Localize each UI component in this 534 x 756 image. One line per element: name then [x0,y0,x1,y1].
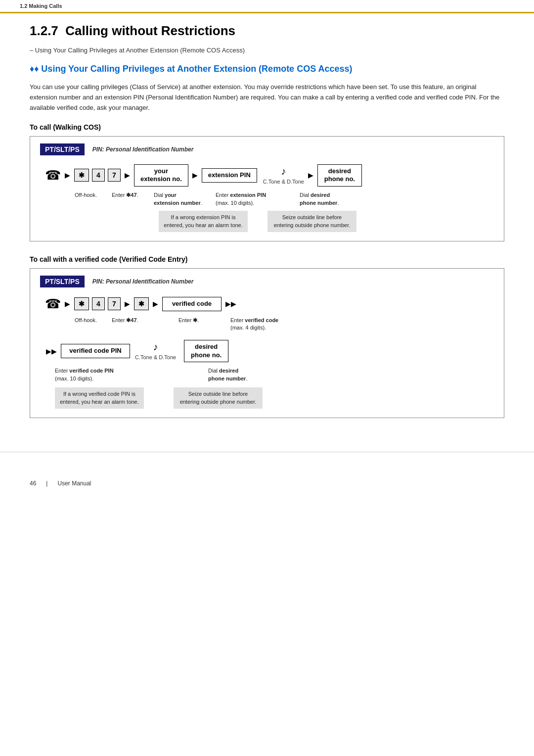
diagram2-labels-row1: Off-hook. Enter ✱47. Enter ✱. Enter veri… [40,317,494,332]
tone-label-1: C.Tone & D.Tone [263,178,304,185]
diagram1-box: PT/SLT/PS PIN: Personal Identification N… [30,136,504,241]
extension-pin-box: extension PIN [202,168,257,183]
label-offhook-2: Off-hook. [75,317,107,324]
diagram2-flow-row1: ☎ ▶ ✱ 4 7 ▶ ✱ ▶ verified code ▶▶ [40,296,494,312]
music-note-1: ♪ [281,166,286,177]
label-enter-verified-pin: Enter verified code PIN(max. 10 digits). [55,367,154,382]
page-footer: 46 | User Manual [0,472,534,495]
verified-code-pin-box: verified code PIN [61,344,130,358]
page-number: 46 [30,480,36,487]
label-offhook-1: Off-hook. [75,191,107,199]
your-ext-label: yourextension no. [140,167,182,183]
desired-label-2: desiredphone no. [191,343,222,359]
tone-label-2: C.Tone & D.Tone [135,354,176,361]
label-dial-desired-2: Dial desiredphone number. [208,367,267,382]
diagram1-labels-row: Off-hook. Enter ✱47. Dial yourextension … [40,191,494,207]
desired-phone-box-2: desiredphone no. [184,340,228,363]
key-star-only: ✱ [134,297,149,310]
diagram2-labels-row2: Enter verified code PIN(max. 10 digits).… [40,367,494,382]
diagram2-flow-row2: ▶▶ verified code PIN ♪ C.Tone & D.Tone d… [40,340,494,363]
label-dial-your: Dial yourextension number. [154,191,206,207]
label-enter-ext-pin: Enter extension PIN(max. 10 digits). [216,191,280,207]
diagram1-heading: To call (Walking COS) [30,123,504,131]
key-4-2: 4 [92,297,105,310]
key-star-1: ✱ [74,169,89,182]
note1-1: If a wrong extension PIN is entered, you… [159,211,248,232]
phone-icon-1: ☎ [45,168,61,183]
verified-code-box: verified code [162,297,222,311]
label-enter-star: Enter ✱. [178,317,221,324]
footer-separator-pipe: | [46,480,47,487]
pt-badge-2: PT/SLT/PS [40,276,85,287]
diagram2-header: PT/SLT/PS PIN: Personal Identification N… [40,276,494,287]
arrow2: ▶ [125,171,130,179]
phone-icon-2: ☎ [45,296,61,312]
key-4-1: 4 [92,169,105,182]
arr2-3: ▶ [153,300,158,308]
diagram1-header: PT/SLT/PS PIN: Personal Identification N… [40,143,494,155]
verified-code-pin-label: verified code PIN [69,347,121,354]
music-note-2: ♪ [153,341,158,353]
subsection-title: ♦♦ Using Your Calling Privileges at Anot… [30,63,504,75]
topbar-label: 1.2 Making Calls [20,3,62,9]
label-enter-star47-2: Enter ✱47. [112,317,146,324]
pin-label-2: PIN: Personal Identification Number [92,278,194,285]
section-title: 1.2.7 Calling without Restrictions [30,23,504,39]
arrow4: ▶ [308,171,313,179]
arr2-1: ▶ [65,300,70,308]
label-enter-star47-1: Enter ✱47. [112,191,149,199]
footer-separator [0,452,534,452]
diagram2-heading: To call with a verified code (Verified C… [30,255,504,263]
desired-phone-box-1: desiredphone no. [317,164,362,187]
page-content: 1.2.7 Calling without Restrictions – Usi… [0,13,534,452]
arr2-2: ▶ [125,300,130,308]
key-7-2: 7 [108,297,121,310]
tone-col-2: ♪ C.Tone & D.Tone [135,341,176,361]
top-bar: 1.2 Making Calls [0,0,534,13]
tone-col-1: ♪ C.Tone & D.Tone [263,166,304,185]
your-extension-box: yourextension no. [134,164,188,187]
breadcrumb: – Using Your Calling Privileges at Anoth… [30,47,504,54]
diagram2-box: PT/SLT/PS PIN: Personal Identification N… [30,268,504,418]
double-arr-1: ▶▶ [225,300,236,308]
arrow1: ▶ [65,171,70,179]
note2-2: Seize outside line before entering outsi… [174,387,263,409]
ext-pin-label: extension PIN [208,171,251,179]
desired-label-1: desiredphone no. [324,167,355,183]
diagram1-notes-row: If a wrong extension PIN is entered, you… [40,211,494,232]
diagram2-notes-row: If a wrong verified code PIN is entered,… [40,387,494,409]
note2-1: Seize outside line before entering outsi… [267,211,356,232]
key-7-1: 7 [108,169,121,182]
double-arr-2: ▶▶ [46,347,57,355]
description-text: You can use your calling privileges (Cla… [30,82,504,113]
label-dial-desired-1: Dial desiredphone number. [300,191,349,207]
pt-badge-1: PT/SLT/PS [40,143,85,155]
verified-code-label: verified code [172,300,212,307]
key-star-2: ✱ [74,297,89,310]
footer-label: User Manual [57,480,91,487]
arrow3: ▶ [192,171,198,179]
diagram1-flow-row: ☎ ▶ ✱ 4 7 ▶ yourextension no. ▶ extensio… [40,164,494,187]
pin-label-1: PIN: Personal Identification Number [92,146,194,153]
note1-2: If a wrong verified code PIN is entered,… [55,387,144,409]
label-enter-verified-code: Enter verified code(max. 4 digits). [230,317,310,332]
